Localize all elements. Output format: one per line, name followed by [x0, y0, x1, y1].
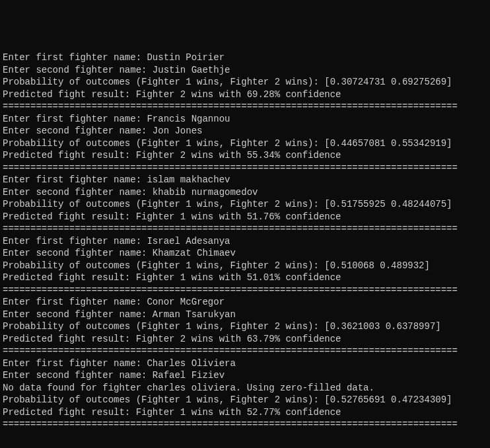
separator: ========================================… [3, 100, 487, 113]
prompt-fighter2: Enter second fighter name: Jon Jones [3, 125, 487, 137]
terminal-output: Enter first fighter name: Dustin Poirier… [3, 52, 487, 431]
prompt-fighter2: Enter second fighter name: Khamzat Chima… [3, 247, 487, 260]
prompt-fighter2: Enter second fighter name: Justin Gaethj… [3, 64, 487, 77]
prompt-fighter1: Enter first fighter name: Israel Adesany… [3, 235, 487, 248]
prompt-fighter2: Enter second fighter name: khabib nurmag… [3, 186, 487, 199]
separator: ========================================… [3, 223, 487, 235]
predicted-result: Predicted fight result: Fighter 1 wins w… [3, 211, 487, 223]
prompt-fighter2: Enter second fighter name: Rafael Fiziev [3, 369, 487, 382]
prompt-fighter1: Enter first fighter name: Conor McGregor [3, 296, 487, 309]
separator: ========================================… [3, 284, 487, 297]
prompt-fighter1: Enter first fighter name: islam makhache… [3, 174, 487, 186]
predicted-result: Predicted fight result: Fighter 1 wins w… [3, 406, 487, 419]
separator: ========================================… [3, 162, 487, 174]
probability-output: Probability of outcomes (Fighter 1 wins,… [3, 320, 487, 333]
probability-output: Probability of outcomes (Fighter 1 wins,… [3, 394, 487, 406]
probability-output: Probability of outcomes (Fighter 1 wins,… [3, 137, 487, 150]
predicted-result: Predicted fight result: Fighter 2 wins w… [3, 333, 487, 346]
probability-output: Probability of outcomes (Fighter 1 wins,… [3, 260, 487, 272]
separator: ========================================… [3, 345, 487, 357]
predicted-result: Predicted fight result: Fighter 2 wins w… [3, 89, 487, 101]
no-data-warning: No data found for fighter charles olivie… [3, 382, 487, 394]
predicted-result: Predicted fight result: Fighter 1 wins w… [3, 272, 487, 284]
prompt-fighter1: Enter first fighter name: Francis Nganno… [3, 113, 487, 126]
prompt-fighter1: Enter first fighter name: Dustin Poirier [3, 52, 487, 64]
probability-output: Probability of outcomes (Fighter 1 wins,… [3, 76, 487, 89]
predicted-result: Predicted fight result: Fighter 2 wins w… [3, 149, 487, 162]
probability-output: Probability of outcomes (Fighter 1 wins,… [3, 198, 487, 211]
prompt-fighter1: Enter first fighter name: Charles Olivie… [3, 357, 487, 370]
prompt-fighter2: Enter second fighter name: Arman Tsaruky… [3, 309, 487, 321]
separator: ========================================… [3, 418, 487, 431]
